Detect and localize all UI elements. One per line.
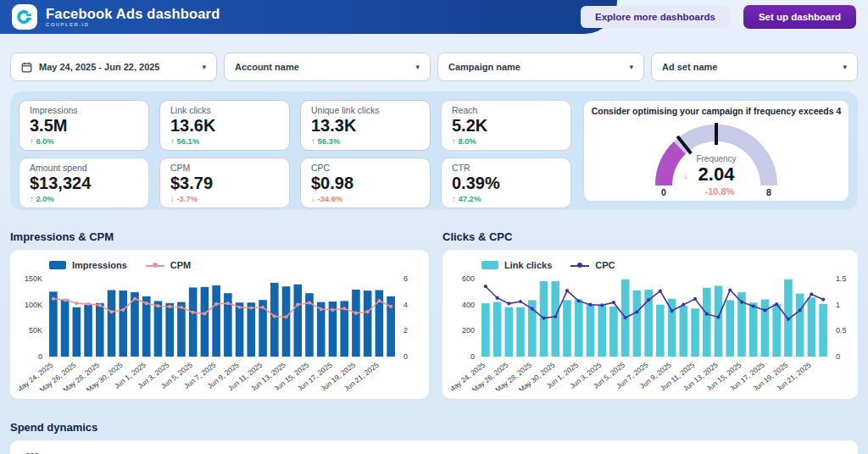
- header: Facebook Ads dashboard COUPLER.IO Explor…: [0, 0, 868, 34]
- explore-dashboards-button[interactable]: Explore more dashboards: [581, 6, 730, 28]
- date-range-value: May 24, 2025 - Jun 22, 2025: [39, 62, 197, 72]
- legend-label: Link clicks: [504, 260, 552, 270]
- kpi-label: Impressions: [30, 105, 138, 115]
- legend-item-link-clicks: Link clicks: [481, 260, 552, 270]
- chart-title-clicks-cpc: Clicks & CPC: [442, 230, 858, 243]
- spend-axis-tick: 600: [25, 451, 843, 454]
- filter-bar: May 24, 2025 - Jun 22, 2025 ▾ Account na…: [10, 53, 858, 81]
- svg-text:150K: 150K: [25, 274, 42, 283]
- svg-text:100K: 100K: [25, 301, 42, 309]
- gauge-note: Consider optimising your campaign if fre…: [592, 106, 842, 116]
- clicks-cpc-chart-card: Link clicksCPC 020040060000.511.5May 24,…: [442, 250, 858, 399]
- kpi-delta: ↑ 2.0%: [30, 194, 138, 203]
- kpi-label: CPC: [311, 163, 420, 173]
- svg-text:0.5: 0.5: [836, 326, 847, 335]
- chart-title-impressions-cpm: Impressions & CPM: [10, 230, 429, 243]
- header-titles: Facebook Ads dashboard COUPLER.IO: [46, 7, 220, 27]
- svg-text:8: 8: [766, 187, 771, 197]
- campaign-name-value: Campaign name: [448, 62, 624, 72]
- campaign-name-filter[interactable]: Campaign name ▾: [437, 53, 644, 81]
- kpi-label: CTR: [452, 163, 560, 173]
- header-actions: Explore more dashboards Set up dashboard: [581, 0, 856, 34]
- arrow-up-icon: ↑: [452, 136, 456, 146]
- kpi-delta: ↑ 47.2%: [452, 194, 560, 203]
- coupler-logo-icon: [12, 4, 37, 30]
- calendar-icon: [21, 62, 32, 73]
- facebook-ads-dashboard: Facebook Ads dashboard COUPLER.IO Explor…: [0, 0, 868, 454]
- kpi-panel: Impressions3.5M↑ 6.0%Link clicks13.6K↑ 5…: [10, 91, 858, 210]
- chevron-down-icon: ▾: [629, 63, 633, 71]
- legend-label: CPC: [595, 260, 615, 270]
- legend-item-cpc: CPC: [570, 260, 615, 270]
- clicks-cpc-section: Clicks & CPC Link clicksCPC 020040060000…: [442, 230, 858, 399]
- ad-set-name-filter[interactable]: Ad set name ▾: [651, 53, 858, 81]
- legend-label: CPM: [170, 260, 191, 270]
- kpi-label: CPM: [170, 163, 279, 173]
- legend-bar-swatch: [49, 261, 66, 269]
- svg-text:↓: ↓: [684, 171, 688, 180]
- impressions-cpm-chart: 050K100K150K0246May 24, 2025May 26, 2025…: [19, 274, 420, 390]
- legend-item-cpm: CPM: [146, 260, 191, 270]
- kpi-value: 13.3K: [311, 116, 420, 136]
- svg-text:600: 600: [462, 274, 475, 283]
- impressions-cpm-legend: ImpressionsCPM: [49, 258, 420, 272]
- kpi-card-amount-spend: Amount spend$13,324↑ 2.0%: [19, 158, 149, 208]
- kpi-delta: ↑ 56.3%: [311, 136, 420, 146]
- kpi-value: 0.39%: [452, 174, 560, 193]
- kpi-label: Amount spend: [30, 163, 138, 173]
- kpi-delta: ↓ -34.6%: [311, 194, 420, 203]
- kpi-label: Reach: [452, 105, 560, 115]
- svg-text:50K: 50K: [29, 326, 42, 335]
- clicks-cpc-legend: Link clicksCPC: [481, 258, 849, 272]
- arrow-up-icon: ↑: [452, 194, 456, 203]
- kpi-value: 3.5M: [30, 116, 138, 136]
- spend-dynamics-section: Spend dynamics 600: [10, 421, 858, 454]
- kpi-delta: ↑ 6.0%: [30, 136, 138, 146]
- ad-set-name-value: Ad set name: [662, 62, 837, 72]
- arrow-up-icon: ↑: [311, 136, 315, 146]
- chevron-down-icon: ▾: [843, 63, 847, 71]
- svg-text:0: 0: [403, 352, 408, 361]
- svg-text:2.04: 2.04: [698, 163, 736, 185]
- legend-line-swatch: [146, 261, 164, 269]
- kpi-card-cpc: CPC$0.98↓ -34.6%: [300, 158, 431, 208]
- kpi-delta: ↑ 56.1%: [170, 136, 279, 146]
- svg-text:1: 1: [836, 301, 840, 309]
- impressions-cpm-section: Impressions & CPM ImpressionsCPM 050K100…: [10, 230, 429, 399]
- arrow-down-icon: ↓: [311, 194, 315, 203]
- svg-text:400: 400: [462, 301, 475, 309]
- frequency-gauge-card: Consider optimising your campaign if fre…: [583, 100, 849, 202]
- chart-title-spend-dynamics: Spend dynamics: [10, 421, 858, 434]
- svg-text:0: 0: [661, 187, 666, 197]
- kpi-grid: Impressions3.5M↑ 6.0%Link clicks13.6K↑ 5…: [19, 100, 571, 202]
- kpi-card-cpm: CPM$3.79↓ -3.7%: [159, 158, 290, 208]
- kpi-delta: ↓ -3.7%: [170, 194, 279, 203]
- kpi-label: Link clicks: [170, 105, 279, 115]
- spend-dynamics-chart-card: 600: [10, 440, 858, 454]
- kpi-card-unique-link-clicks: Unique link clicks13.3K↑ 56.3%: [300, 100, 431, 151]
- clicks-cpc-chart: 020040060000.511.5May 24, 2025May 26, 20…: [451, 274, 853, 390]
- svg-text:6: 6: [403, 274, 408, 283]
- account-name-filter[interactable]: Account name ▾: [224, 53, 431, 81]
- svg-text:0: 0: [836, 352, 840, 361]
- svg-text:Frequency: Frequency: [696, 154, 736, 163]
- kpi-delta: ↑ 8.0%: [452, 136, 560, 146]
- kpi-card-reach: Reach5.2K↑ 8.0%: [441, 100, 571, 151]
- kpi-value: $3.79: [170, 174, 279, 193]
- date-range-filter[interactable]: May 24, 2025 - Jun 22, 2025 ▾: [10, 53, 217, 81]
- impressions-cpm-chart-card: ImpressionsCPM 050K100K150K0246May 24, 2…: [10, 250, 429, 399]
- chevron-down-icon: ▾: [202, 63, 206, 71]
- frequency-gauge: Frequency2.04↓-10.8%08: [622, 116, 810, 197]
- setup-dashboard-button[interactable]: Set up dashboard: [743, 5, 856, 29]
- kpi-card-link-clicks: Link clicks13.6K↑ 56.1%: [159, 100, 290, 151]
- kpi-label: Unique link clicks: [311, 105, 420, 115]
- arrow-up-icon: ↑: [30, 194, 34, 203]
- svg-text:200: 200: [462, 326, 475, 335]
- kpi-value: 5.2K: [452, 116, 560, 136]
- kpi-card-impressions: Impressions3.5M↑ 6.0%: [19, 100, 149, 151]
- kpi-value: $0.98: [311, 174, 420, 193]
- account-name-value: Account name: [235, 62, 410, 72]
- legend-bar-swatch: [481, 261, 498, 269]
- arrow-up-icon: ↑: [30, 136, 34, 146]
- svg-text:1.5: 1.5: [836, 274, 847, 283]
